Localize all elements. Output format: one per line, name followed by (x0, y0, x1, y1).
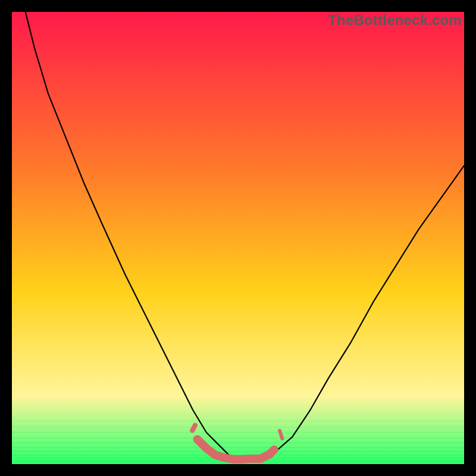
chart-canvas (12, 12, 464, 464)
watermark-text: TheBottleneck.com (328, 12, 462, 29)
chart-frame: TheBottleneck.com (12, 12, 464, 464)
gradient-background (12, 12, 464, 464)
highlight-segment (270, 450, 274, 455)
